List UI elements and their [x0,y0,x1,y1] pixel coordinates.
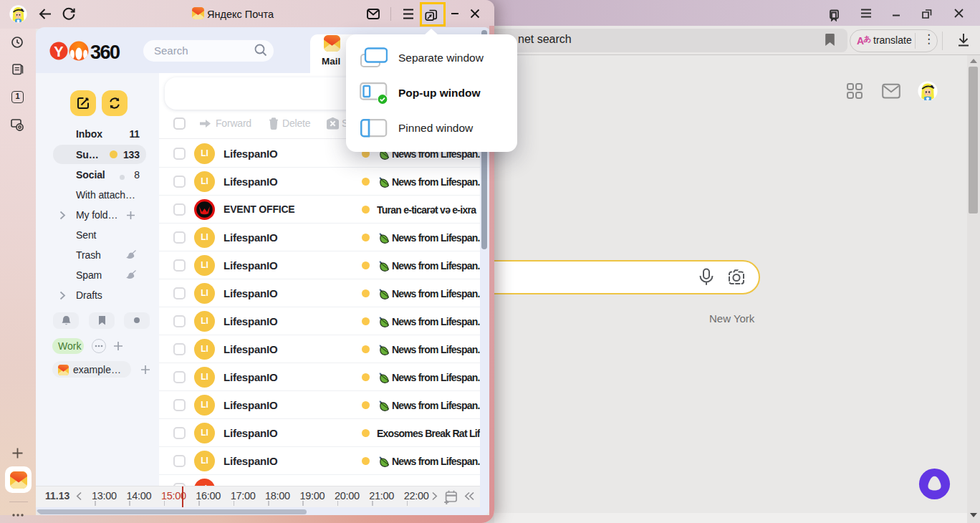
svg-text:あ: あ [863,34,871,43]
svg-text:360: 360 [90,42,120,63]
svg-text:Y: Y [54,44,64,59]
